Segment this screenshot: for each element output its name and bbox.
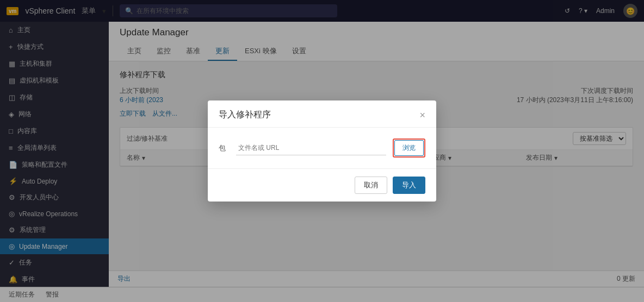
modal-title: 导入修补程序 [219,109,271,121]
modal-footer: 取消 导入 [208,168,436,202]
browse-button-wrapper: 浏览 [393,139,425,158]
package-input[interactable] [236,141,386,155]
modal-header: 导入修补程序 × [208,100,436,128]
import-patch-modal: 导入修补程序 × 包 浏览 取消 导入 [208,100,436,202]
package-form-row: 包 浏览 [219,139,425,158]
modal-close-button[interactable]: × [419,110,425,120]
browse-button[interactable]: 浏览 [394,140,424,156]
cancel-button[interactable]: 取消 [355,177,387,194]
modal-overlay: 导入修补程序 × 包 浏览 取消 导入 [0,0,644,302]
package-label: 包 [219,143,230,153]
import-button[interactable]: 导入 [393,177,425,194]
modal-body: 包 浏览 [208,128,436,168]
